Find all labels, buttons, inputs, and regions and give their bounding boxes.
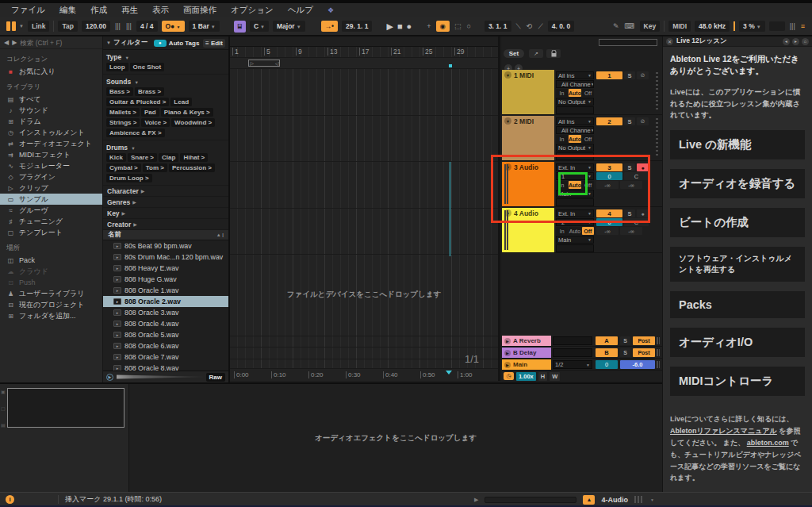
zoom-height-button[interactable]: H [538,372,547,381]
sidebar-item[interactable]: ∿ モジュレーター [0,160,102,171]
track-activator[interactable]: 3 [596,163,622,171]
ableton-logo-icon[interactable]: ▼ [6,21,24,31]
time-signature-field[interactable]: 4 / 4 [136,21,158,32]
play-button[interactable]: ▶ [386,21,393,32]
filter-tag[interactable]: Brass > [135,87,164,96]
send-b-field[interactable]: -∞ [620,181,642,189]
monitor-auto-button[interactable]: Auto [569,89,581,97]
scrub-area[interactable]: ▷◁ [230,58,498,69]
lesson-card[interactable]: Live の新機能 [670,130,805,159]
tempo-field[interactable]: 120.00 [82,21,110,32]
file-row[interactable]: ▸ 808 Oracle 4.wav [103,318,228,329]
monitor-auto-button[interactable]: Auto [569,135,581,143]
sidebar-item-favorites[interactable]: ■ お気に入り [0,66,102,77]
pan-field[interactable]: C [624,172,649,180]
arm-button[interactable]: ⊘ [637,71,649,79]
output-type-select[interactable]: No Output▼ [556,98,594,106]
filter-tag[interactable]: Piano & Keys > [161,108,213,117]
raw-button[interactable]: Raw [206,373,225,382]
fold-track-icon[interactable]: ▾ [504,71,511,79]
filter-group-collapsed[interactable]: Genres▶ [103,197,228,208]
status-scrub-field[interactable] [485,497,576,503]
output-channel-field[interactable] [556,152,594,160]
output-type-select[interactable]: No Output▼ [556,144,594,152]
return-lane[interactable] [230,348,498,359]
lesson-card[interactable]: MIDIコントローラ [670,367,805,396]
file-list-header[interactable]: 名前 [108,230,121,240]
sidebar-item[interactable]: ♟ ユーザーライブラリ [0,288,102,299]
fold-track-icon[interactable]: ▶ [504,338,511,344]
solo-button[interactable]: S [624,209,635,217]
set-marker-button[interactable]: Set [504,49,524,58]
fold-track-icon[interactable]: ▶ [504,350,511,356]
menu-item[interactable]: 再生 [121,5,138,16]
filter-tag[interactable]: Snare > [128,153,157,162]
input-channel-select[interactable]: All Channe▼ [556,80,594,88]
scale-select[interactable]: Major▼ [273,21,305,32]
browser-forward-button[interactable]: ▶ [12,39,17,46]
menu-item[interactable]: 表示 [152,5,169,16]
filter-tag[interactable]: Cymbal > [106,163,141,172]
loop-start-field[interactable]: 3. 1. 1 [485,21,511,32]
filter-tag[interactable]: Kick [106,153,126,162]
capture-midi-icon[interactable]: ⬚ [454,22,462,30]
input-channel-select[interactable]: 2▼ [556,218,594,226]
file-row[interactable]: ▸ 808 Oracle 5.wav [103,329,228,340]
sidebar-item[interactable]: ▭ サンプル [0,194,102,205]
track-content-area[interactable]: ファイルとデバイスをここへドロップします 1/1 [230,69,498,368]
sidebar-item[interactable]: ⊞ ドラム [0,116,102,127]
filter-tag[interactable]: Strings > [106,118,140,127]
send-a-field[interactable]: -∞ [596,181,619,189]
preview-waveform[interactable] [117,374,203,380]
filter-tag[interactable]: Ambience & FX > [106,129,165,137]
input-channel-select[interactable]: 1▼ [556,172,594,180]
filter-tag[interactable]: Hihat > [180,153,208,162]
draw-mode-icon[interactable]: ✎ [612,22,620,30]
return-io-field[interactable] [553,336,592,345]
input-channel-select[interactable]: All Channe▼ [556,126,594,134]
filter-tag[interactable]: Woodwind > [171,118,215,127]
arm-button[interactable]: ● [637,209,649,217]
monitor-in-button[interactable]: In [556,89,568,97]
loop-brace[interactable]: ▷◁ [248,60,280,67]
filter-tag[interactable]: Drum Loop > [106,174,152,182]
input-type-select[interactable]: Ext. In▼ [556,163,594,171]
time-ruler[interactable]: 0:000:100:200:300:400:501:00 [230,368,498,381]
midi-map-button[interactable]: MIDI [668,21,691,32]
return-header[interactable]: ▶ A Reverb [502,336,551,346]
mini-play-icon[interactable]: ▶ [474,497,478,503]
post-button[interactable]: Post [633,348,655,357]
sidebar-item[interactable]: ⇄ オーディオエフェクト [0,138,102,149]
monitor-off-button[interactable]: Off [582,135,594,143]
fold-track-icon[interactable]: ▾ [504,117,511,125]
stop-button[interactable]: ■ [397,21,403,31]
key-map-button[interactable]: Key [640,21,661,32]
file-row[interactable]: ▸ 808 Oracle 6.wav [103,340,228,351]
monitor-in-button[interactable]: In [556,227,568,235]
return-activator[interactable]: B [596,348,618,357]
file-row[interactable]: ▸ 808 Oracle 2.wav [103,296,228,307]
file-row[interactable]: ▸ 808 Heavy E.wav [103,263,228,274]
link-tracks-icon[interactable]: ↗ [529,49,543,58]
output-channel-field[interactable] [556,244,594,252]
sidebar-item[interactable]: ◇ プラグイン [0,171,102,182]
monitor-off-button[interactable]: Off [582,89,594,97]
send-b-field[interactable]: -∞ [620,227,642,235]
menu-item[interactable]: ファイル [11,5,45,16]
menu-item[interactable]: ヘルプ [288,5,313,16]
mixer-menu-icon[interactable]: ≡ [800,22,806,30]
overdub-plus-icon[interactable]: + [426,22,431,30]
level-meter-icon[interactable] [634,496,644,503]
filter-group-sounds[interactable]: Sounds ▼ [106,76,225,87]
file-row[interactable]: ▸ 80s Beat 90 bpm.wav [103,240,228,252]
punch-out-icon[interactable]: ⟋ [537,22,543,31]
return-activator[interactable]: A [596,336,618,345]
monitor-auto-button[interactable]: Auto [569,181,581,189]
main-header[interactable]: ▶ Main [502,359,551,370]
output-channel-field[interactable] [556,106,594,114]
sidebar-item[interactable]: ▤ すべて [0,94,102,105]
file-row[interactable]: ▸ 808 Oracle 1.wav [103,285,228,296]
metronome-button[interactable]: O● ▼ [162,21,185,32]
track-activator[interactable]: 1 [596,71,622,79]
arrangement-overview[interactable] [230,36,498,47]
